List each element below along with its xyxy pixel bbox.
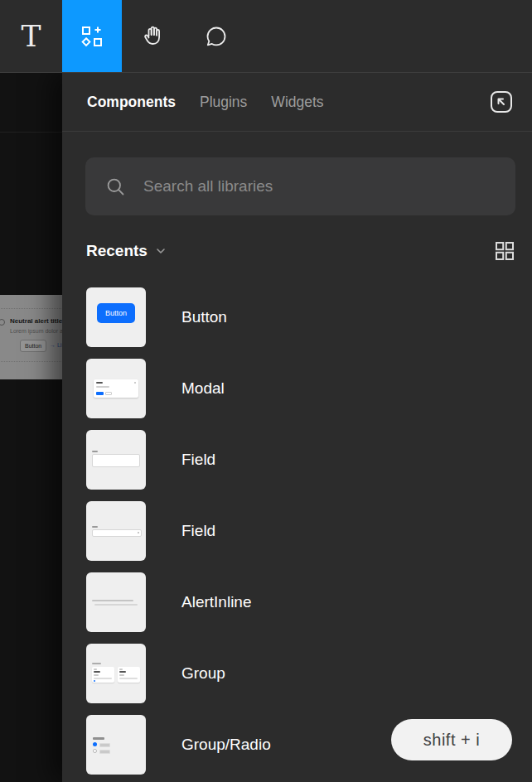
tab-plugins[interactable]: Plugins	[200, 94, 247, 111]
component-item-button[interactable]: Button Button	[86, 287, 515, 347]
component-label: Field	[181, 451, 215, 469]
canvas-dim-overlay	[0, 73, 62, 782]
component-thumbnail-field	[86, 430, 146, 490]
text-tool-button[interactable]: T	[0, 0, 62, 72]
recents-row: Recents	[86, 232, 515, 270]
component-label: Field	[181, 522, 215, 540]
component-thumbnail-button: Button	[86, 287, 146, 347]
component-item-modal[interactable]: Modal	[86, 359, 515, 418]
panel-tabs: Components Plugins Widgets	[87, 94, 324, 111]
component-item-field[interactable]: Field	[86, 430, 515, 490]
grid-view-toggle[interactable]	[494, 240, 515, 262]
component-thumbnail-group-radio	[86, 715, 146, 775]
search-input[interactable]	[142, 176, 496, 196]
comment-icon	[203, 23, 230, 50]
figma-app-window: T	[0, 0, 532, 782]
assets-icon	[80, 24, 104, 49]
component-item-group[interactable]: Group	[86, 644, 515, 703]
component-thumbnail-field	[86, 501, 146, 561]
recents-dropdown[interactable]: Recents	[86, 242, 167, 260]
component-item-field[interactable]: Field	[86, 501, 515, 561]
chevron-down-icon	[154, 244, 167, 258]
toolbar: T	[0, 0, 532, 73]
mini-button: Button	[97, 303, 135, 323]
component-label: Modal	[181, 379, 225, 398]
assets-tool-button[interactable]	[62, 0, 122, 72]
component-item-alertinline[interactable]: AlertInline	[86, 572, 515, 632]
component-list: Button Button Modal	[86, 287, 515, 782]
component-thumbnail-modal	[86, 359, 146, 418]
libraries-panel: Components Plugins Widgets	[62, 73, 532, 782]
shortcut-hint-pill: shift + i	[391, 719, 512, 760]
recents-title: Recents	[86, 242, 148, 260]
component-thumbnail-alertinline	[86, 572, 146, 632]
tab-widgets[interactable]: Widgets	[271, 94, 323, 111]
mini-modal	[94, 379, 138, 398]
hand-tool-button[interactable]	[122, 0, 185, 72]
text-tool-icon: T	[21, 22, 41, 51]
component-label: AlertInline	[181, 593, 252, 611]
component-thumbnail-group	[86, 644, 146, 703]
panel-header: Components Plugins Widgets	[62, 73, 532, 132]
component-label: Button	[181, 308, 227, 326]
component-label: Group/Radio	[181, 736, 271, 754]
search-box[interactable]	[85, 157, 515, 215]
component-label: Group	[181, 664, 225, 683]
tab-components[interactable]: Components	[87, 94, 176, 111]
canvas[interactable]: Neutral alert title Lorem ipsum dolor am…	[0, 73, 62, 782]
hand-icon	[140, 23, 167, 50]
arrow-up-left-icon	[487, 88, 515, 116]
detach-panel-button[interactable]	[487, 88, 515, 116]
grid-view-icon	[494, 240, 515, 262]
comment-tool-button[interactable]	[185, 0, 248, 72]
search-icon	[105, 176, 126, 197]
